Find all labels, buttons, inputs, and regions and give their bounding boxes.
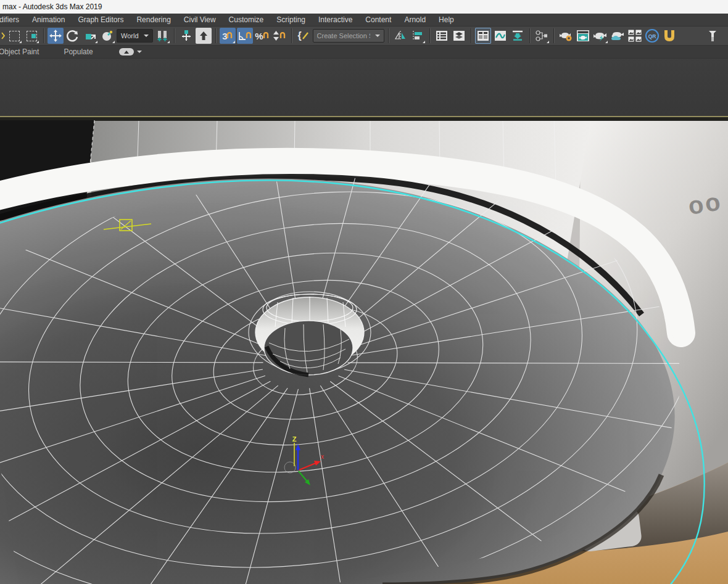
curve-icon	[494, 30, 507, 41]
layer-list-icon	[436, 30, 448, 41]
spinner-icon	[273, 31, 279, 41]
tab-object-paint[interactable]: Object Paint	[0, 47, 39, 56]
up-arrow-icon	[199, 31, 208, 41]
percent-icon: %	[255, 31, 263, 41]
tab-populate[interactable]: Populate	[64, 47, 93, 56]
viewport-canvas[interactable]: oo	[0, 117, 728, 584]
ribbon-grid-icon	[477, 30, 489, 41]
percent-snap-toggle-button[interactable]: %	[254, 28, 270, 44]
window-crossing-button[interactable]	[23, 28, 39, 44]
spinner-snap-toggle-button[interactable]	[271, 28, 287, 44]
select-and-rotate-button[interactable]	[65, 28, 81, 44]
menu-animation[interactable]: Animation	[32, 15, 65, 24]
snap-toggle-3d-button[interactable]: 3	[220, 28, 236, 44]
menu-customize[interactable]: Customize	[229, 15, 264, 24]
edit-named-selection-sets-button[interactable]: {	[296, 28, 312, 44]
keyboard-shortcut-override-button[interactable]	[196, 28, 212, 44]
reference-coordinate-dropdown[interactable]: World	[117, 29, 153, 43]
curve-editor-button[interactable]	[492, 28, 508, 44]
toolbar-separator	[529, 28, 530, 43]
render-setup-button[interactable]	[558, 28, 574, 44]
perspective-viewport[interactable]: oo	[0, 116, 728, 584]
toolbar-separator	[553, 28, 554, 43]
render-production-button[interactable]	[592, 28, 608, 44]
pencil-icon	[302, 31, 309, 40]
chevron-down-icon	[144, 35, 149, 37]
selection-set-placeholder: Create Selection Set	[317, 32, 370, 39]
menu-rendering[interactable]: Rendering	[136, 15, 170, 24]
menu-interactive[interactable]: Interactive	[318, 15, 352, 24]
menu-help[interactable]: Help	[439, 15, 454, 24]
substance-button[interactable]	[661, 28, 677, 44]
pivot-center-icon	[155, 30, 169, 42]
down-arrow-bar-icon	[511, 30, 524, 41]
mirror-icon	[394, 30, 407, 41]
select-and-scale-button[interactable]	[82, 28, 98, 44]
angle-snap-toggle-button[interactable]	[237, 28, 253, 44]
appliance-logo: oo	[686, 187, 724, 220]
svg-text:QR: QR	[648, 33, 656, 39]
layer-explorer-button[interactable]	[434, 28, 450, 44]
render-in-cloud-button[interactable]	[610, 28, 626, 44]
chevron-down-icon	[375, 35, 380, 37]
undo-icon[interactable]	[1, 28, 5, 44]
title-bar[interactable]: max - Autodesk 3ds Max 2019	[0, 0, 728, 14]
gizmo-z-label: Z	[292, 435, 297, 443]
select-region-button[interactable]	[6, 28, 22, 44]
menu-graph-editors[interactable]: Graph Editors	[78, 15, 123, 24]
material-editor-button[interactable]	[510, 28, 526, 44]
frame-window-icon	[576, 30, 590, 42]
coord-system-value: World	[121, 32, 139, 39]
qr-icon: QR	[645, 28, 660, 43]
render-teapot-icon	[593, 30, 608, 42]
toolbar-separator	[388, 28, 389, 43]
toolbar-separator	[429, 28, 430, 43]
magnet-icon	[226, 32, 233, 39]
move-icon	[49, 30, 62, 42]
schematic-view-button[interactable]	[534, 28, 550, 44]
3dsmax-window: max - Autodesk 3ds Max 2019 difiers Anim…	[0, 0, 728, 584]
mirror-button[interactable]	[392, 28, 408, 44]
schematic-icon	[535, 30, 548, 42]
spot-light-icon	[708, 29, 718, 43]
select-and-move-button[interactable]	[48, 28, 64, 44]
use-pivot-center-button[interactable]	[154, 28, 170, 44]
cloud-teapot-icon	[610, 30, 625, 42]
menu-content[interactable]: Content	[365, 15, 391, 24]
align-button[interactable]	[410, 28, 426, 44]
window-title: max - Autodesk 3ds Max 2019	[2, 2, 102, 11]
ribbon-tab-row: Object Paint Populate	[0, 46, 728, 59]
ribbon-minimize-control[interactable]	[119, 48, 142, 56]
window-crossing-icon	[27, 31, 37, 41]
gizmo-x-label: x	[321, 453, 324, 460]
image-grid-icon	[627, 29, 642, 43]
scale-icon	[84, 30, 96, 42]
select-and-place-button[interactable]	[99, 28, 115, 44]
chevron-down-icon	[137, 51, 142, 53]
rendered-frame-window-button[interactable]	[575, 28, 591, 44]
menu-arnold[interactable]: Arnold	[404, 15, 426, 24]
magnet-icon	[246, 32, 252, 39]
toolbar-separator	[215, 28, 216, 43]
qr-render-button[interactable]: QR	[644, 28, 660, 44]
menu-bar: difiers Animation Graph Editors Renderin…	[0, 14, 728, 27]
scene-explorer-button[interactable]	[451, 28, 467, 44]
toolbar-separator	[291, 28, 292, 43]
toolbar-separator	[174, 28, 175, 43]
menu-modifiers[interactable]: difiers	[0, 15, 19, 24]
select-and-manipulate-button[interactable]	[178, 28, 194, 44]
render-elements-button[interactable]	[627, 28, 643, 44]
toolbar-separator	[43, 28, 44, 43]
menu-scripting[interactable]: Scripting	[276, 15, 305, 24]
main-toolbar: World 3 % {	[0, 27, 728, 46]
named-selection-set-combo[interactable]: Create Selection Set	[313, 29, 384, 43]
menu-civil-view[interactable]: Civil View	[184, 15, 216, 24]
ribbon-body-empty	[0, 59, 728, 116]
layers-stack-icon	[453, 30, 465, 41]
rectangular-selection-icon	[9, 31, 20, 41]
place-icon	[101, 30, 114, 42]
arnold-light-button[interactable]	[705, 28, 721, 44]
ribbon-toggle-button[interactable]	[475, 28, 491, 44]
align-icon	[412, 30, 424, 41]
rotate-icon	[67, 30, 79, 42]
